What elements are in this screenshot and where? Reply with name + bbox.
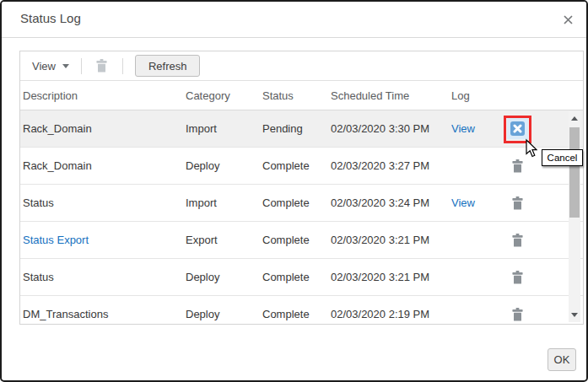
- column-header-description[interactable]: Description: [20, 89, 186, 102]
- cell-description: Status: [20, 196, 186, 209]
- cell-description: Status: [20, 271, 186, 283]
- table-header-row: Description Category Status Scheduled Ti…: [20, 81, 583, 110]
- mouse-cursor-icon: [523, 138, 537, 159]
- cell-status: Complete: [262, 196, 331, 209]
- chevron-down-icon: [62, 64, 69, 68]
- table-row[interactable]: Status Export Export Complete 02/03/2020…: [20, 222, 583, 259]
- table-toolbar: View Refresh: [20, 51, 583, 81]
- delete-row-button[interactable]: [507, 304, 527, 325]
- column-header-log[interactable]: Log: [451, 89, 494, 102]
- cell-description: DM_Transactions: [20, 308, 186, 320]
- scroll-down-icon[interactable]: [571, 313, 578, 317]
- cell-scheduled-time: 02/03/2020 3:21 PM: [331, 271, 451, 283]
- vertical-scrollbar[interactable]: [569, 111, 580, 322]
- cell-category: Deploy: [186, 159, 262, 172]
- toolbar-separator: [81, 58, 82, 74]
- scroll-up-icon[interactable]: [571, 116, 578, 121]
- trash-icon: [512, 234, 523, 247]
- cell-scheduled-time: 02/03/2020 3:21 PM: [331, 234, 451, 246]
- delete-row-button[interactable]: [507, 267, 527, 288]
- status-log-panel: View Refresh Description Category Status…: [19, 51, 584, 325]
- cell-scheduled-time: 02/03/2020 3:30 PM: [331, 122, 451, 135]
- view-menu-label: View: [32, 60, 56, 73]
- cell-category: Import: [186, 122, 262, 135]
- trash-icon: [512, 308, 523, 321]
- column-header-status[interactable]: Status: [262, 89, 331, 102]
- cell-status: Complete: [262, 308, 331, 320]
- delete-toolbar-button[interactable]: [92, 56, 112, 76]
- cell-category: Export: [186, 234, 262, 246]
- scrollbar-thumb[interactable]: [569, 127, 580, 218]
- column-header-scheduled-time[interactable]: Scheduled Time: [331, 89, 451, 102]
- ok-button[interactable]: OK: [548, 348, 576, 371]
- cell-status: Complete: [262, 159, 331, 172]
- view-log-link[interactable]: View: [451, 196, 475, 209]
- toolbar-separator: [122, 58, 123, 74]
- cell-scheduled-time: 02/03/2020 2:19 PM: [331, 308, 451, 320]
- dialog-title: Status Log: [20, 11, 81, 25]
- cell-description: Rack_Domain: [20, 122, 186, 135]
- view-menu-button[interactable]: View: [30, 56, 71, 76]
- column-header-category[interactable]: Category: [186, 89, 262, 102]
- cell-category: Import: [186, 196, 262, 209]
- cancel-tooltip: Cancel: [542, 149, 583, 166]
- delete-row-button[interactable]: [507, 156, 527, 176]
- cell-category: Deploy: [186, 308, 262, 320]
- close-button[interactable]: [561, 13, 575, 26]
- table-row[interactable]: Status Deploy Complete 02/03/2020 3:21 P…: [20, 259, 583, 296]
- dialog-titlebar: Status Log: [2, 2, 586, 38]
- cell-scheduled-time: 02/03/2020 3:27 PM: [331, 159, 451, 172]
- table-body: Rack_Domain Import Pending 02/03/2020 3:…: [20, 110, 583, 324]
- cell-category: Deploy: [186, 271, 262, 283]
- trash-icon: [512, 196, 523, 210]
- cell-status: Complete: [262, 234, 331, 246]
- status-log-dialog: Status Log View Refresh: [0, 0, 588, 382]
- table-row[interactable]: Status Import Complete 02/03/2020 3:24 P…: [20, 185, 583, 222]
- description-link[interactable]: Status Export: [23, 234, 89, 246]
- view-log-link[interactable]: View: [451, 122, 475, 135]
- close-icon: [564, 15, 573, 24]
- cell-status: Complete: [262, 271, 331, 283]
- table-row[interactable]: DM_Transactions Deploy Complete 02/03/20…: [20, 296, 583, 324]
- cell-status: Pending: [262, 122, 331, 135]
- refresh-button[interactable]: Refresh: [135, 55, 201, 77]
- trash-icon: [512, 159, 523, 173]
- table-row[interactable]: Rack_Domain Deploy Complete 02/03/2020 3…: [20, 148, 583, 185]
- trash-icon: [512, 271, 523, 284]
- delete-row-button[interactable]: [507, 230, 527, 250]
- delete-row-button[interactable]: [507, 193, 527, 213]
- cell-description: Rack_Domain: [20, 159, 186, 172]
- cell-scheduled-time: 02/03/2020 3:24 PM: [331, 196, 451, 209]
- trash-icon: [96, 59, 107, 73]
- table-row[interactable]: Rack_Domain Import Pending 02/03/2020 3:…: [20, 110, 583, 148]
